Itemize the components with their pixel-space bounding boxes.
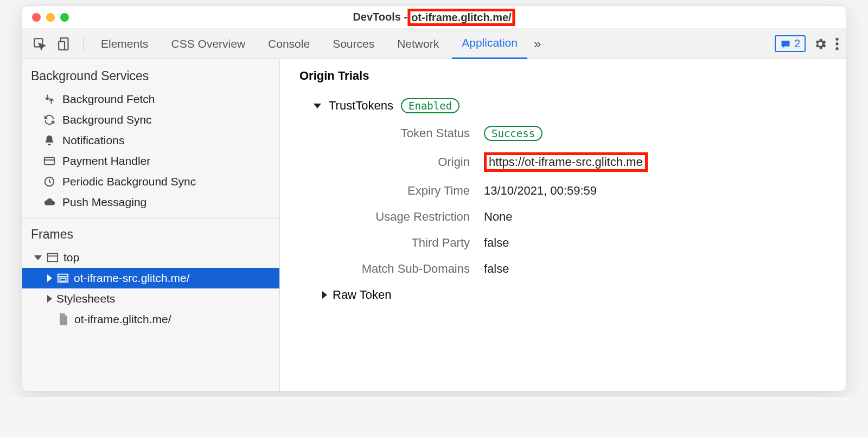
window-title: DevTools - ot-iframe.glitch.me/: [353, 9, 515, 26]
settings-icon[interactable]: [813, 37, 827, 51]
tab-css-overview[interactable]: CSS Overview: [162, 29, 256, 59]
tab-application[interactable]: Application: [452, 29, 527, 59]
raw-token-row[interactable]: Raw Token: [321, 288, 826, 302]
title-prefix: DevTools -: [353, 11, 407, 23]
tree-label: ot-iframe.glitch.me/: [74, 313, 171, 326]
sidebar-item-label: Push Messaging: [62, 196, 146, 209]
kv-row-origin: Origin https://ot-iframe-src.glitch.me: [332, 152, 826, 172]
content: Background Services Background Fetch Bac…: [22, 59, 846, 391]
sidebar-section-bg-services: Background Services: [22, 59, 279, 89]
status-pill: Success: [484, 126, 542, 141]
sidebar-item-label: Periodic Background Sync: [62, 175, 196, 188]
tabbar-right: 2: [775, 35, 839, 52]
sidebar: Background Services Background Fetch Bac…: [22, 59, 280, 391]
clock-icon: [43, 176, 56, 188]
chevron-right-icon: [47, 274, 52, 282]
kv-row-expiry: Expiry Time 13/10/2021, 00:59:59: [332, 184, 826, 198]
trial-name: TrustTokens: [329, 99, 393, 113]
tree-label: Stylesheets: [56, 292, 116, 305]
frame-top[interactable]: top: [22, 247, 279, 268]
trial-status-pill: Enabled: [401, 98, 459, 113]
card-icon: [43, 155, 56, 167]
kv-key: Match Sub-Domains: [332, 262, 484, 276]
kv-row-subdomains: Match Sub-Domains false: [332, 262, 826, 276]
tabbar: Elements CSS Overview Console Sources Ne…: [22, 29, 846, 59]
kv-row-usage: Usage Restriction None: [332, 210, 826, 224]
kebab-menu-icon[interactable]: [835, 37, 839, 51]
more-tabs-icon[interactable]: »: [531, 36, 544, 52]
chevron-down-icon: [314, 104, 321, 108]
close-button[interactable]: [32, 13, 41, 22]
divider: [22, 218, 279, 218]
chevron-right-icon: [322, 291, 327, 299]
cloud-icon: [43, 196, 56, 208]
kv-key: Usage Restriction: [332, 210, 484, 224]
kv-val: false: [484, 262, 509, 276]
devtools-window: DevTools - ot-iframe.glitch.me/ Elements…: [22, 5, 846, 391]
sidebar-item-background-fetch[interactable]: Background Fetch: [22, 89, 279, 110]
window-icon: [46, 252, 59, 263]
zoom-button[interactable]: [60, 13, 69, 22]
sidebar-item-periodic-sync[interactable]: Periodic Background Sync: [22, 171, 279, 192]
chevron-down-icon: [34, 255, 42, 260]
frame-label: ot-iframe-src.glitch.me/: [74, 272, 190, 285]
divider: [83, 36, 84, 52]
kv-table: Token Status Success Origin https://ot-i…: [332, 126, 826, 276]
kv-val: https://ot-iframe-src.glitch.me: [484, 152, 648, 172]
svg-point-5: [835, 47, 838, 49]
svg-rect-6: [44, 158, 54, 165]
iframe-icon: [56, 273, 69, 284]
tab-elements[interactable]: Elements: [91, 29, 158, 59]
svg-rect-13: [60, 278, 66, 281]
main-panel: Origin Trials TrustTokens Enabled Token …: [280, 59, 846, 391]
bg-fetch-icon: [43, 93, 56, 105]
tab-console[interactable]: Console: [258, 29, 320, 59]
svg-point-4: [835, 42, 838, 45]
sidebar-item-label: Payment Handler: [62, 155, 150, 168]
sidebar-section-frames: Frames: [22, 224, 279, 247]
frame-selected[interactable]: ot-iframe-src.glitch.me/: [22, 268, 279, 288]
bell-icon: [43, 134, 56, 146]
origin-highlight: https://ot-iframe-src.glitch.me: [484, 152, 648, 172]
kv-val: false: [484, 236, 509, 250]
trial-row[interactable]: TrustTokens Enabled: [314, 98, 826, 113]
tab-sources[interactable]: Sources: [323, 29, 384, 59]
file-icon: [57, 313, 70, 325]
svg-point-3: [835, 37, 838, 40]
sidebar-item-background-sync[interactable]: Background Sync: [22, 110, 279, 130]
sidebar-item-label: Notifications: [62, 134, 124, 147]
issues-icon: [780, 39, 791, 49]
kv-key: Token Status: [332, 126, 484, 140]
raw-token-label: Raw Token: [333, 288, 391, 302]
bg-sync-icon: [43, 114, 56, 126]
frame-leaf[interactable]: ot-iframe.glitch.me/: [22, 309, 279, 330]
sidebar-item-notifications[interactable]: Notifications: [22, 130, 279, 151]
sidebar-item-push-messaging[interactable]: Push Messaging: [22, 192, 279, 213]
inspect-icon[interactable]: [29, 33, 50, 55]
svg-rect-9: [48, 254, 58, 262]
chevron-right-icon: [47, 295, 52, 303]
svg-rect-2: [59, 41, 65, 49]
frame-label: top: [63, 251, 79, 264]
kv-val: 13/10/2021, 00:59:59: [484, 184, 597, 198]
issues-count: 2: [794, 37, 800, 50]
issues-badge[interactable]: 2: [775, 35, 806, 52]
traffic-lights: [32, 13, 69, 22]
kv-key: Third Party: [332, 236, 484, 250]
sidebar-item-label: Background Fetch: [62, 93, 155, 106]
kv-val: Success: [484, 126, 542, 140]
kv-row-token-status: Token Status Success: [332, 126, 826, 140]
kv-key: Origin: [332, 155, 484, 169]
sidebar-item-label: Background Sync: [62, 113, 152, 126]
titlebar: DevTools - ot-iframe.glitch.me/: [22, 6, 846, 29]
sidebar-item-payment-handler[interactable]: Payment Handler: [22, 151, 279, 171]
kv-key: Expiry Time: [332, 184, 484, 198]
title-highlight: ot-iframe.glitch.me/: [407, 9, 515, 26]
kv-val: None: [484, 210, 513, 224]
frame-stylesheets[interactable]: Stylesheets: [22, 288, 279, 309]
device-toggle-icon[interactable]: [54, 33, 75, 55]
tab-network[interactable]: Network: [387, 29, 449, 59]
kv-row-third-party: Third Party false: [332, 236, 826, 250]
minimize-button[interactable]: [46, 13, 55, 22]
main-heading: Origin Trials: [299, 69, 826, 83]
